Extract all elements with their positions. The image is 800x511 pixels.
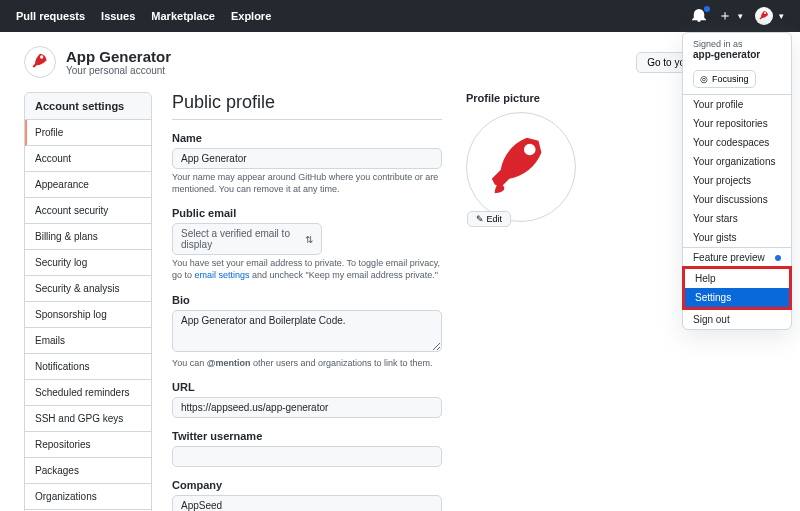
profile-form: Public profile Name Your name may appear… (172, 92, 442, 511)
feature-preview-label: Feature preview (693, 252, 765, 263)
account-name: App Generator (66, 48, 171, 65)
sidebar-item-notifications[interactable]: Notifications (25, 354, 151, 380)
sidebar-item-sponsorship-log[interactable]: Sponsorship log (25, 302, 151, 328)
menu-your-organizations[interactable]: Your organizations (683, 152, 791, 171)
plus-caret-icon: ▾ (738, 11, 743, 21)
notification-dot (704, 6, 710, 12)
profile-picture-heading: Profile picture (466, 92, 596, 104)
sidebar-item-emails[interactable]: Emails (25, 328, 151, 354)
name-label: Name (172, 132, 442, 144)
status-label: Focusing (712, 74, 749, 84)
topnav-right: ＋ ▾ ▾ (692, 7, 784, 25)
url-label: URL (172, 381, 442, 393)
settings-sidebar: Account settings Profile Account Appeara… (24, 92, 152, 511)
sidebar-item-profile[interactable]: Profile (25, 120, 151, 146)
bio-help: You can @mention other users and organiz… (172, 358, 442, 370)
bio-input[interactable]: App Generator and Boilerplate Code. (172, 310, 442, 352)
account-titles: App Generator Your personal account (66, 48, 171, 76)
target-icon: ◎ (700, 74, 708, 84)
edit-picture-button[interactable]: ✎ Edit (467, 211, 511, 227)
company-input[interactable] (172, 495, 442, 511)
avatar-caret-icon: ▾ (779, 11, 784, 21)
bio-label: Bio (172, 294, 442, 306)
menu-help[interactable]: Help (685, 269, 789, 288)
settings-highlight: Help Settings (685, 269, 789, 307)
sidebar-item-billing[interactable]: Billing & plans (25, 224, 151, 250)
name-input[interactable] (172, 148, 442, 169)
profile-picture-panel: Profile picture ✎ Edit (466, 92, 596, 511)
twitter-field: Twitter username (172, 430, 442, 467)
twitter-label: Twitter username (172, 430, 442, 442)
feature-dot (775, 255, 781, 261)
sidebar-item-organizations[interactable]: Organizations (25, 484, 151, 510)
menu-settings[interactable]: Settings (685, 288, 789, 307)
nav-explore[interactable]: Explore (231, 10, 271, 22)
name-field: Name Your name may appear around GitHub … (172, 132, 442, 195)
status-button[interactable]: ◎ Focusing (693, 70, 756, 88)
sidebar-item-appearance[interactable]: Appearance (25, 172, 151, 198)
bio-help-bold: @mention (207, 358, 251, 368)
email-field: Public email Select a verified email to … (172, 207, 442, 281)
twitter-input[interactable] (172, 446, 442, 467)
account-header: App Generator Your personal account Go t… (0, 32, 800, 78)
sidebar-heading: Account settings (25, 93, 151, 120)
profile-picture: ✎ Edit (466, 112, 576, 222)
menu-your-discussions[interactable]: Your discussions (683, 190, 791, 209)
bio-field: Bio App Generator and Boilerplate Code. … (172, 294, 442, 370)
company-label: Company (172, 479, 442, 491)
edit-label: Edit (487, 214, 503, 224)
sidebar-item-scheduled-reminders[interactable]: Scheduled reminders (25, 380, 151, 406)
sidebar-item-ssh[interactable]: SSH and GPG keys (25, 406, 151, 432)
url-input[interactable] (172, 397, 442, 418)
name-help: Your name may appear around GitHub where… (172, 172, 442, 195)
plus-icon[interactable]: ＋ (718, 7, 732, 25)
bio-help-post: other users and organizations to link to… (250, 358, 432, 368)
menu-your-repositories[interactable]: Your repositories (683, 114, 791, 133)
email-help-post: and uncheck "Keep my email address priva… (250, 270, 439, 280)
signed-in-user: app-generator (693, 49, 781, 60)
menu-your-profile[interactable]: Your profile (683, 95, 791, 114)
menu-feature-preview[interactable]: Feature preview (683, 248, 791, 267)
nav-marketplace[interactable]: Marketplace (151, 10, 215, 22)
email-settings-link[interactable]: email settings (195, 270, 250, 280)
bio-help-pre: You can (172, 358, 207, 368)
updown-icon: ⇅ (305, 234, 313, 245)
sidebar-item-repositories[interactable]: Repositories (25, 432, 151, 458)
menu-your-stars[interactable]: Your stars (683, 209, 791, 228)
topnav-left: Pull requests Issues Marketplace Explore (16, 10, 271, 22)
menu-your-codespaces[interactable]: Your codespaces (683, 133, 791, 152)
account-logo (24, 46, 56, 78)
menu-your-gists[interactable]: Your gists (683, 228, 791, 247)
top-nav: Pull requests Issues Marketplace Explore… (0, 0, 800, 32)
sidebar-item-packages[interactable]: Packages (25, 458, 151, 484)
url-field: URL (172, 381, 442, 418)
nav-pullrequests[interactable]: Pull requests (16, 10, 85, 22)
avatar-icon[interactable] (755, 7, 773, 25)
sidebar-item-security-log[interactable]: Security log (25, 250, 151, 276)
account-subtitle: Your personal account (66, 65, 171, 76)
menu-signout[interactable]: Sign out (683, 310, 791, 329)
company-field: Company You can @mention your company's … (172, 479, 442, 511)
user-dropdown: Signed in as app-generator ◎ Focusing Yo… (682, 32, 792, 330)
signed-in-label: Signed in as (693, 39, 743, 49)
sidebar-item-account-security[interactable]: Account security (25, 198, 151, 224)
page-body: Account settings Profile Account Appeara… (0, 78, 800, 511)
email-select-text: Select a verified email to display (181, 228, 305, 250)
nav-issues[interactable]: Issues (101, 10, 135, 22)
email-help: You have set your email address to priva… (172, 258, 442, 281)
sidebar-item-account[interactable]: Account (25, 146, 151, 172)
email-label: Public email (172, 207, 442, 219)
pencil-icon: ✎ (476, 214, 484, 224)
sidebar-item-security-analysis[interactable]: Security & analysis (25, 276, 151, 302)
menu-your-projects[interactable]: Your projects (683, 171, 791, 190)
account-header-left: App Generator Your personal account (24, 46, 171, 78)
signed-in-section: Signed in as app-generator (683, 33, 791, 66)
email-select[interactable]: Select a verified email to display ⇅ (172, 223, 322, 255)
page-title: Public profile (172, 92, 442, 120)
notifications-icon[interactable] (692, 8, 706, 25)
